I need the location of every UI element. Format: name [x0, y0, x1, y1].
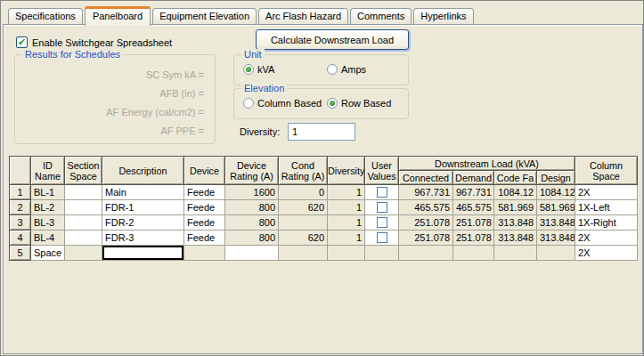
cell-id[interactable]: BL-1 [31, 185, 65, 200]
cell-design[interactable]: 313.848 [537, 231, 575, 246]
cell-device_rating[interactable]: 800 [225, 215, 279, 231]
cell-code_fa[interactable]: 313.848 [494, 215, 537, 231]
tab-arc-flash-hazard[interactable]: Arc Flash Hazard [258, 8, 348, 24]
cell-diversity[interactable]: 1 [328, 185, 365, 200]
cell-section[interactable] [65, 215, 102, 231]
cell-design[interactable]: 313.848 [537, 215, 575, 231]
cell-demand[interactable]: 465.575 [453, 200, 494, 215]
subheader-connected[interactable]: Connected [399, 171, 453, 185]
cell-id[interactable]: BL-2 [31, 200, 65, 215]
cell-design[interactable]: 581.969 [537, 200, 575, 215]
cell-cond_rating[interactable]: 620 [279, 200, 328, 215]
cell-code_fa[interactable]: 581.969 [494, 200, 537, 215]
header-description[interactable]: Description [102, 157, 184, 185]
cell-demand[interactable]: 251.078 [453, 231, 494, 246]
subheader-demand[interactable]: Demand [453, 171, 494, 185]
cell-device[interactable]: Feede [184, 215, 225, 231]
row-number-header[interactable]: 4 [10, 231, 31, 246]
cell-description[interactable]: Main [102, 185, 184, 200]
cell-device[interactable]: Feede [184, 185, 225, 200]
user-values-checkbox[interactable] [377, 232, 387, 243]
cell-user_values[interactable] [365, 200, 399, 215]
cell-device_rating[interactable] [225, 246, 279, 261]
tab-comments[interactable]: Comments [350, 8, 412, 24]
cell-demand[interactable]: 967.731 [453, 185, 494, 200]
row-number-header[interactable]: 2 [10, 200, 31, 215]
cell-device_rating[interactable]: 800 [225, 231, 279, 246]
header-id[interactable]: ID Name [31, 157, 65, 185]
cell-column_space[interactable]: 1X-Left [575, 200, 638, 215]
subheader-code_fa[interactable]: Code Fa [494, 171, 537, 185]
header-section[interactable]: Section Space [65, 157, 102, 185]
cell-description[interactable]: FDR-3 [102, 231, 184, 246]
cell-connected[interactable]: 967.731 [399, 185, 453, 200]
cell-code_fa[interactable]: 1084.12 [494, 185, 537, 200]
header-device[interactable]: Device [184, 157, 225, 185]
user-values-checkbox[interactable] [377, 217, 387, 228]
cell-section[interactable] [65, 246, 102, 261]
cell-demand[interactable] [453, 246, 494, 261]
row-number-header[interactable]: 5 [10, 246, 31, 261]
cell-diversity[interactable]: 1 [328, 231, 365, 246]
cell-diversity[interactable]: 1 [328, 215, 365, 231]
radio-kva[interactable]: kVA [243, 64, 274, 75]
cell-design[interactable] [537, 246, 575, 261]
cell-connected[interactable]: 251.078 [399, 231, 453, 246]
cell-section[interactable] [65, 200, 102, 215]
header-device_rating[interactable]: Device Rating (A) [225, 157, 279, 185]
cell-device_rating[interactable]: 1600 [225, 185, 279, 200]
row-number-header[interactable]: 1 [10, 185, 31, 200]
cell-column_space[interactable]: 2X [575, 185, 638, 200]
subheader-design[interactable]: Design [537, 171, 575, 185]
cell-user_values[interactable] [365, 246, 399, 261]
cell-device_rating[interactable]: 800 [225, 200, 279, 215]
cell-connected[interactable] [399, 246, 453, 261]
cell-connected[interactable]: 465.575 [399, 200, 453, 215]
user-values-checkbox[interactable] [377, 202, 387, 213]
enable-spreadsheet-checkbox[interactable]: ✔ [16, 36, 28, 48]
cell-description[interactable]: FDR-2 [102, 215, 184, 231]
cell-user_values[interactable] [365, 185, 399, 200]
cell-device[interactable] [184, 246, 225, 261]
cell-id[interactable]: Space [31, 246, 65, 261]
cell-id[interactable]: BL-3 [31, 215, 65, 231]
header-diversity[interactable]: Diversity [328, 157, 365, 185]
cell-description[interactable] [102, 246, 184, 261]
cell-cond_rating[interactable]: 0 [279, 185, 328, 200]
cell-demand[interactable]: 251.078 [453, 215, 494, 231]
radio-row-based[interactable]: Row Based [327, 98, 391, 109]
cell-column_space[interactable]: 2X [575, 246, 638, 261]
header-cond_rating[interactable]: Cond Rating (A) [279, 157, 328, 185]
cell-design[interactable]: 1084.12 [537, 185, 575, 200]
cell-code_fa[interactable]: 313.848 [494, 231, 537, 246]
cell-connected[interactable]: 251.078 [399, 215, 453, 231]
tab-equipment-elevation[interactable]: Equipment Elevation [152, 8, 257, 24]
cell-description[interactable]: FDR-1 [102, 200, 184, 215]
tab-panelboard[interactable]: Panelboard [85, 6, 151, 26]
cell-diversity[interactable]: 1 [328, 200, 365, 215]
cell-code_fa[interactable] [494, 246, 537, 261]
cell-user_values[interactable] [365, 231, 399, 246]
header-row-corner[interactable] [10, 157, 31, 185]
radio-amps[interactable]: Amps [327, 64, 366, 75]
cell-column_space[interactable]: 2X [575, 231, 638, 246]
header-downstream-load[interactable]: Downstream Load (kVA) [399, 157, 575, 171]
radio-column-based[interactable]: Column Based [243, 98, 322, 109]
header-user_values[interactable]: User Values [365, 157, 399, 185]
header-column_space[interactable]: Column Space [575, 157, 638, 185]
row-number-header[interactable]: 3 [10, 215, 31, 231]
cell-cond_rating[interactable] [279, 246, 328, 261]
cell-column_space[interactable]: 1X-Right [575, 215, 638, 231]
cell-section[interactable] [65, 185, 102, 200]
cell-device[interactable]: Feede [184, 200, 225, 215]
diversity-input[interactable] [288, 123, 355, 141]
calculate-downstream-load-button[interactable]: Calculate Downstream Load [256, 29, 409, 50]
tab-hyperlinks[interactable]: Hyperlinks [413, 8, 473, 24]
cell-id[interactable]: BL-4 [31, 231, 65, 246]
cell-section[interactable] [65, 231, 102, 246]
cell-cond_rating[interactable]: 620 [279, 231, 328, 246]
cell-device[interactable]: Feede [184, 231, 225, 246]
user-values-checkbox[interactable] [377, 187, 387, 198]
cell-diversity[interactable] [328, 246, 365, 261]
cell-cond_rating[interactable] [279, 215, 328, 231]
